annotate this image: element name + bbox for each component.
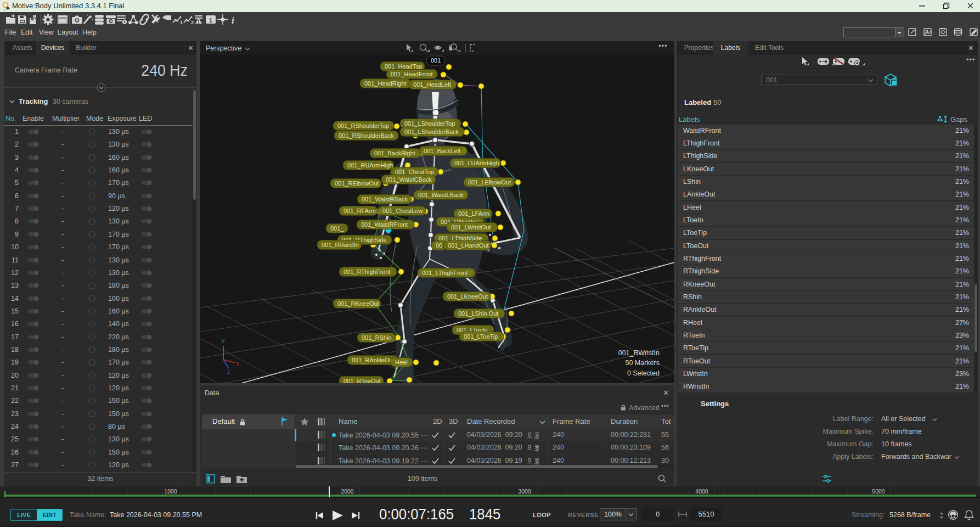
- svg-text:1: 1: [209, 17, 212, 24]
- svg-text:001_HeadTop: 001_HeadTop: [385, 63, 423, 70]
- svg-text:001_LShin Out: 001_LShin Out: [458, 310, 498, 317]
- svg-text:001_RKneeOut: 001_RKneeOut: [337, 300, 379, 307]
- svg-text:001_HeadRight: 001_HeadRight: [364, 80, 406, 87]
- svg-text:i: i: [232, 15, 234, 26]
- svg-text:001_BackLeft: 001_BackLeft: [424, 148, 460, 154]
- svg-text:001_: 001_: [330, 225, 344, 232]
- svg-text:001_LWristOut: 001_LWristOut: [451, 224, 491, 231]
- svg-text:001_RThighFront: 001_RThighFront: [343, 268, 390, 275]
- svg-text:001_RAnkleOut: 001_RAnkleOut: [352, 357, 395, 363]
- svg-text:001_RUArmHigh: 001_RUArmHigh: [347, 162, 393, 169]
- svg-text:001_LShoulderBack: 001_LShoulderBack: [404, 128, 459, 135]
- svg-text:001_WaistCBack: 001_WaistCBack: [386, 176, 432, 183]
- svg-text:Y: Y: [221, 339, 225, 345]
- svg-text:001_LThighFront: 001_LThighFront: [422, 270, 468, 276]
- svg-text:x: x: [236, 361, 239, 367]
- svg-text:001_LFArm: 001_LFArm: [458, 210, 489, 217]
- svg-text:001_BackRight: 001_BackRight: [374, 150, 415, 156]
- svg-text:001_RShin: 001_RShin: [362, 334, 391, 341]
- svg-text:0 Selected: 0 Selected: [627, 369, 660, 377]
- svg-text:001_LKneeOut: 001_LKneeOut: [447, 293, 488, 300]
- svg-text:001_RWristIn: 001_RWristIn: [618, 349, 660, 357]
- svg-text:Heel: Heel: [395, 359, 408, 366]
- svg-text:001_LElbowOut: 001_LElbowOut: [468, 179, 511, 186]
- svg-text:z: z: [227, 369, 230, 375]
- svg-text:001_HeadLeft: 001_HeadLeft: [413, 81, 451, 88]
- svg-text:001_RShoulderTop: 001_RShoulderTop: [337, 122, 389, 129]
- svg-text:001_WaistRFront: 001_WaistRFront: [361, 221, 408, 228]
- svg-text:00: 00: [436, 242, 442, 249]
- svg-text:001_LUArmHigh: 001_LUArmHigh: [454, 160, 499, 166]
- svg-text:001_WaistRBack: 001_WaistRBack: [362, 196, 408, 203]
- svg-text:001_ChestLow: 001_ChestLow: [382, 208, 423, 214]
- svg-text:001_LToeTip: 001_LToeTip: [464, 333, 498, 340]
- svg-text:001_ChestTop: 001_ChestTop: [395, 169, 434, 175]
- svg-text:001_WaistLBack: 001_WaistLBack: [418, 192, 464, 198]
- svg-text:001_LShoulderTop: 001_LShoulderTop: [404, 120, 455, 127]
- svg-text:001_HeadFront: 001_HeadFront: [391, 71, 432, 77]
- svg-text:001: 001: [431, 57, 441, 64]
- svg-text:50 Markers: 50 Markers: [625, 359, 660, 367]
- svg-text:1: 1: [180, 20, 183, 25]
- svg-text:001_RHandIn: 001_RHandIn: [322, 242, 359, 248]
- svg-text:001_RElbowOut: 001_RElbowOut: [335, 180, 379, 187]
- svg-text:001_RShoulderBack: 001_RShoulderBack: [339, 132, 394, 139]
- svg-text:001_LHandOut: 001_LHandOut: [448, 242, 489, 249]
- svg-text:2: 2: [191, 20, 194, 25]
- svg-text:001_RToeOut: 001_RToeOut: [343, 378, 381, 383]
- svg-text:001_RFArm: 001_RFArm: [343, 208, 376, 214]
